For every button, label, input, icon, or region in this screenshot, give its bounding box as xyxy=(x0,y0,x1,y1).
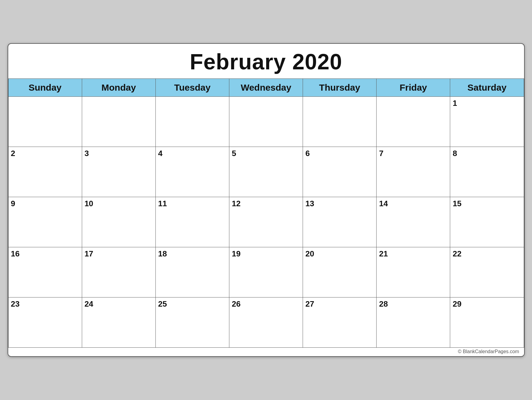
day-header-saturday: Saturday xyxy=(450,79,524,97)
calendar-cell: 8 xyxy=(450,147,524,197)
calendar-cell xyxy=(229,97,303,147)
calendar-cell: 5 xyxy=(229,147,303,197)
calendar-cell: 10 xyxy=(82,197,155,247)
calendar-cell: 16 xyxy=(8,247,82,297)
calendar-cell: 2 xyxy=(8,147,82,197)
calendar-cell: 24 xyxy=(82,297,155,348)
calendar-cell: 28 xyxy=(377,297,450,348)
calendar-cell: 29 xyxy=(450,297,524,348)
calendar-title: February 2020 xyxy=(8,44,524,78)
calendar-cell: 20 xyxy=(303,247,377,297)
calendar-cell: 18 xyxy=(155,247,229,297)
calendar-cell: 19 xyxy=(229,247,303,297)
calendar-cell: 1 xyxy=(450,97,524,147)
calendar-cell: 12 xyxy=(229,197,303,247)
week-row-1: 2345678 xyxy=(8,147,524,197)
calendar-cell: 7 xyxy=(377,147,450,197)
calendar-wrapper: February 2020 SundayMondayTuesdayWednesd… xyxy=(8,43,525,357)
calendar-cell: 11 xyxy=(155,197,229,247)
calendar-cell: 15 xyxy=(450,197,524,247)
calendar-cell xyxy=(303,97,377,147)
day-header-sunday: Sunday xyxy=(8,79,82,97)
calendar-cell: 14 xyxy=(377,197,450,247)
week-row-4: 23242526272829 xyxy=(8,297,524,348)
week-row-2: 9101112131415 xyxy=(8,197,524,247)
calendar-cell: 6 xyxy=(303,147,377,197)
week-row-3: 16171819202122 xyxy=(8,247,524,297)
calendar-cell: 3 xyxy=(82,147,155,197)
calendar-cell: 21 xyxy=(377,247,450,297)
calendar-cell xyxy=(155,97,229,147)
calendar-cell: 4 xyxy=(155,147,229,197)
calendar-cell xyxy=(377,97,450,147)
calendar-footer: © BlankCalendarPages.com xyxy=(8,348,524,356)
calendar-cell: 17 xyxy=(82,247,155,297)
week-row-0: 1 xyxy=(8,97,524,147)
day-header-friday: Friday xyxy=(377,79,450,97)
day-header-tuesday: Tuesday xyxy=(155,79,229,97)
calendar-cell: 13 xyxy=(303,197,377,247)
calendar-cell: 9 xyxy=(8,197,82,247)
calendar-cell xyxy=(82,97,155,147)
calendar-table: SundayMondayTuesdayWednesdayThursdayFrid… xyxy=(8,78,524,348)
day-header-wednesday: Wednesday xyxy=(229,79,303,97)
calendar-cell: 25 xyxy=(155,297,229,348)
calendar-cell: 26 xyxy=(229,297,303,348)
calendar-cell xyxy=(8,97,82,147)
calendar-cell: 23 xyxy=(8,297,82,348)
calendar-cell: 22 xyxy=(450,247,524,297)
calendar-cell: 27 xyxy=(303,297,377,348)
day-header-thursday: Thursday xyxy=(303,79,377,97)
day-header-monday: Monday xyxy=(82,79,155,97)
days-header-row: SundayMondayTuesdayWednesdayThursdayFrid… xyxy=(8,79,524,97)
